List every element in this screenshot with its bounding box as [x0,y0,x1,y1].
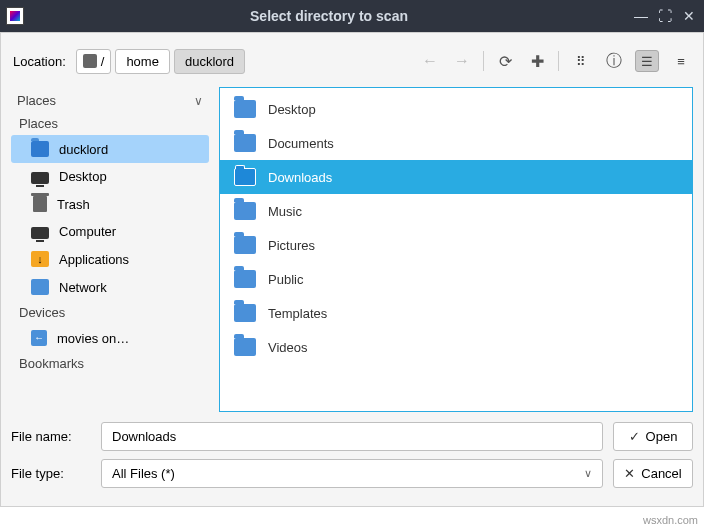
sidebar-item-label: ducklord [59,142,108,157]
list-item-public[interactable]: Public [220,262,692,296]
sidebar-bookmarks-header: Bookmarks [11,352,209,375]
path-root[interactable]: / [76,49,112,74]
sidebar-item-ducklord[interactable]: ducklord [11,135,209,163]
sidebar-item-desktop[interactable]: Desktop [11,163,209,190]
list-item-label: Videos [268,340,308,355]
cancel-button[interactable]: ✕ Cancel [613,459,693,488]
location-label: Location: [11,54,68,69]
folder-icon [234,236,256,254]
sidebar-item-movies[interactable]: movies on… [11,324,209,352]
home-folder-icon [31,141,49,157]
sidebar-item-label: Desktop [59,169,107,184]
list-item-label: Public [268,272,303,287]
sidebar-item-label: movies on… [57,331,129,346]
chevron-down-icon: ∨ [584,467,592,480]
filetype-row: File type: All Files (*) ∨ ✕ Cancel [11,459,693,488]
titlebar: Select directory to scan — ⛶ ✕ [0,0,704,32]
view-detail-button[interactable]: ≡ [669,50,693,72]
remote-disk-icon [31,330,47,346]
window-title: Select directory to scan [32,8,626,24]
path-root-label: / [101,54,105,69]
list-item-documents[interactable]: Documents [220,126,692,160]
filename-row: File name: ✓ Open [11,422,693,451]
close-icon: ✕ [624,466,635,481]
separator [483,51,484,71]
sidebar-places-sub: Places [11,112,209,135]
list-item-templates[interactable]: Templates [220,296,692,330]
view-grid-button[interactable]: ⠿ [569,50,593,72]
list-item-label: Desktop [268,102,316,117]
list-item-downloads[interactable]: Downloads [220,160,692,194]
back-button[interactable]: ← [419,50,441,72]
sidebar-devices-header: Devices [11,301,209,324]
check-icon: ✓ [629,429,640,444]
sidebar-item-label: Applications [59,252,129,267]
filetype-select[interactable]: All Files (*) ∨ [101,459,603,488]
path-home-label: home [126,54,159,69]
sidebar-item-computer[interactable]: Computer [11,218,209,245]
network-icon [31,279,49,295]
path-current-label: ducklord [185,54,234,69]
sidebar-places-header[interactable]: Places ∨ [11,89,209,112]
list-item-label: Pictures [268,238,315,253]
open-button[interactable]: ✓ Open [613,422,693,451]
list-item-videos[interactable]: Videos [220,330,692,364]
breadcrumb: / home ducklord [76,49,245,74]
sidebar: Places ∨ Places ducklord Desktop Trash C… [11,87,209,412]
folder-icon [234,202,256,220]
path-current[interactable]: ducklord [174,49,245,74]
new-folder-button[interactable]: ✚ [526,50,548,72]
trash-icon [33,196,47,212]
main-split: Places ∨ Places ducklord Desktop Trash C… [11,87,693,412]
list-item-label: Templates [268,306,327,321]
sidebar-item-label: Trash [57,197,90,212]
filetype-value: All Files (*) [112,466,175,481]
filename-label: File name: [11,429,91,444]
list-item-desktop[interactable]: Desktop [220,92,692,126]
disk-icon [83,54,97,68]
view-list-button[interactable]: ☰ [635,50,659,72]
cancel-label: Cancel [641,466,681,481]
maximize-button[interactable]: ⛶ [656,7,674,25]
sidebar-item-applications[interactable]: Applications [11,245,209,273]
separator [558,51,559,71]
folder-icon [234,134,256,152]
file-listing[interactable]: Desktop Documents Downloads Music Pictur… [219,87,693,412]
close-button[interactable]: ✕ [680,7,698,25]
sidebar-item-label: Computer [59,224,116,239]
sidebar-places-label: Places [17,93,56,108]
location-bar: Location: / home ducklord ← → ⟳ ✚ ⠿ ⓘ ☰ … [11,43,693,79]
forward-button[interactable]: → [451,50,473,72]
folder-icon [234,168,256,186]
folder-icon [234,270,256,288]
minimize-button[interactable]: — [632,7,650,25]
folder-icon [234,304,256,322]
filetype-label: File type: [11,466,91,481]
info-button[interactable]: ⓘ [603,50,625,72]
sidebar-item-trash[interactable]: Trash [11,190,209,218]
desktop-icon [31,172,49,184]
sidebar-item-label: Network [59,280,107,295]
folder-icon [234,338,256,356]
list-item-label: Music [268,204,302,219]
window-body: Location: / home ducklord ← → ⟳ ✚ ⠿ ⓘ ☰ … [0,32,704,507]
toolbar: ← → ⟳ ✚ ⠿ ⓘ ☰ ≡ [419,50,693,72]
filename-input[interactable] [101,422,603,451]
open-label: Open [646,429,678,444]
list-item-label: Documents [268,136,334,151]
applications-icon [31,251,49,267]
reload-button[interactable]: ⟳ [494,50,516,72]
sidebar-item-network[interactable]: Network [11,273,209,301]
watermark: wsxdn.com [643,514,698,526]
list-item-music[interactable]: Music [220,194,692,228]
computer-icon [31,227,49,239]
list-item-pictures[interactable]: Pictures [220,228,692,262]
chevron-down-icon: ∨ [194,94,203,108]
folder-icon [234,100,256,118]
bottom-panel: File name: ✓ Open File type: All Files (… [11,422,693,488]
app-icon [6,7,24,25]
list-item-label: Downloads [268,170,332,185]
path-home[interactable]: home [115,49,170,74]
